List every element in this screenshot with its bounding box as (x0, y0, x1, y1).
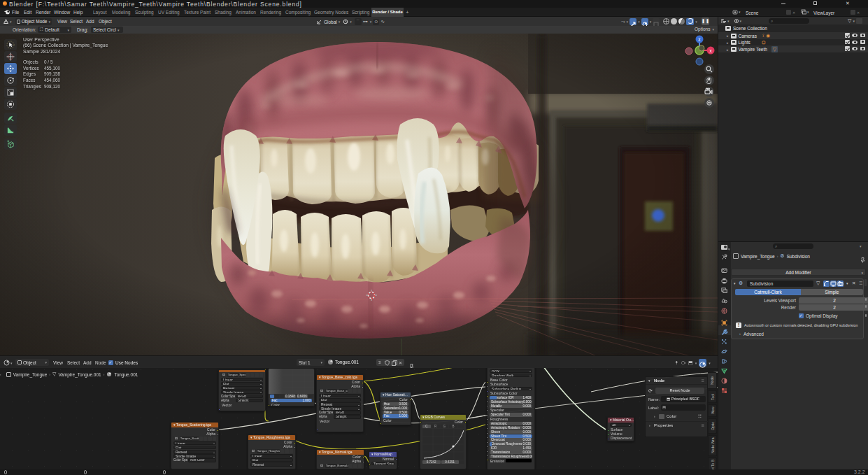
svg-text:x: x (709, 48, 712, 53)
svg-text:z: z (698, 37, 701, 42)
